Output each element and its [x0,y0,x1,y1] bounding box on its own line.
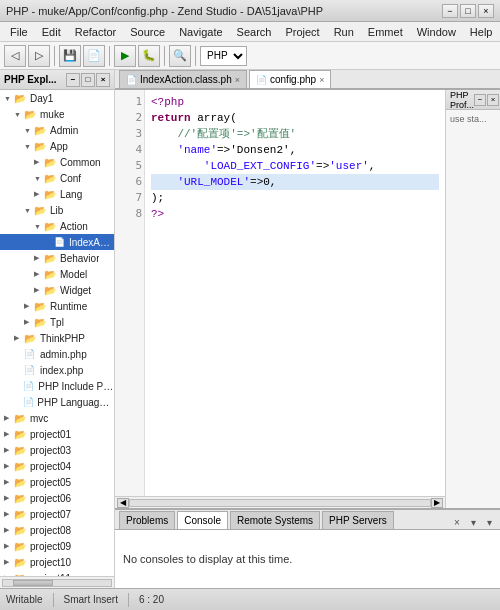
tree-item[interactable]: 📄PHP Language Li... [0,394,114,410]
hscroll-right[interactable]: ▶ [431,498,443,508]
bottom-tab-console[interactable]: Console [177,511,228,529]
code-line: 'name'=>'Donsen2', [151,142,439,158]
tree-arrow-icon: ▶ [4,430,14,438]
menu-item-edit[interactable]: Edit [36,24,67,40]
bottom-panel-icon-btn[interactable]: ▾ [482,515,496,529]
tree-item[interactable]: 📄admin.php [0,346,114,362]
close-button[interactable]: × [478,4,494,18]
left-panel-scrollbar[interactable] [0,576,114,588]
bottom-tabs-bar: ProblemsConsoleRemote SystemsPHP Servers… [115,510,500,530]
tree-item[interactable]: ▶📂Lang [0,186,114,202]
tree-item-label: Conf [60,173,81,184]
tree-folder-icon: 📂 [14,557,28,568]
menu-bar: FileEditRefactorSourceNavigateSearchProj… [0,22,500,42]
tree-arrow-icon: ▼ [4,95,14,102]
minimize-button[interactable]: − [442,4,458,18]
menu-item-search[interactable]: Search [231,24,278,40]
panel-minimize-btn[interactable]: − [66,73,80,87]
panel-header-buttons: − □ × [66,73,110,87]
tree-item[interactable]: ▶📂project09 [0,538,114,554]
line-number: 6 [117,174,142,190]
tree-item[interactable]: ▼📂Conf [0,170,114,186]
tab-close-btn[interactable]: × [235,75,240,85]
toolbar-save[interactable]: 💾 [59,45,81,67]
tree-folder-icon: 📄 [54,237,67,247]
tree-item-label: Lang [60,189,82,200]
tree-item[interactable]: ▶📂Tpl [0,314,114,330]
tree-folder-icon: 📂 [14,93,28,104]
tree-item-label: project09 [30,541,71,552]
tree-item[interactable]: ▼📂Action [0,218,114,234]
menu-item-navigate[interactable]: Navigate [173,24,228,40]
toolbar-debug[interactable]: 🐛 [138,45,160,67]
menu-item-project[interactable]: Project [279,24,325,40]
toolbar-search[interactable]: 🔍 [169,45,191,67]
toolbar-back[interactable]: ◁ [4,45,26,67]
tree-item-label: IndexAct... [69,237,114,248]
editor-tab-1[interactable]: 📄config.php× [249,70,331,88]
tree-item[interactable]: ▼📂Admin [0,122,114,138]
tab-icon: 📄 [256,75,267,85]
bottom-panel-icon-btn[interactable]: × [450,515,464,529]
maximize-button[interactable]: □ [460,4,476,18]
toolbar-dropdown[interactable]: PHP [200,46,247,66]
tree-item-label: Tpl [50,317,64,328]
bottom-panel-icon-btn[interactable]: ▾ [466,515,480,529]
tree-arrow-icon: ▶ [4,478,14,486]
toolbar-new[interactable]: 📄 [83,45,105,67]
tree-item[interactable]: 📄PHP Include Pat... [0,378,114,394]
status-sep-1 [53,593,54,607]
menu-item-source[interactable]: Source [124,24,171,40]
menu-item-window[interactable]: Window [411,24,462,40]
menu-item-refactor[interactable]: Refactor [69,24,123,40]
tree-item[interactable]: ▶📂project08 [0,522,114,538]
toolbar-sep-1 [54,46,55,66]
menu-item-emmet[interactable]: Emmet [362,24,409,40]
tree-folder-icon: 📂 [14,461,28,472]
tree-arrow-icon: ▶ [4,542,14,550]
tree-item[interactable]: ▶📂project07 [0,506,114,522]
tree-item[interactable]: ▶📂Common [0,154,114,170]
menu-item-file[interactable]: File [4,24,34,40]
bottom-tab-php-servers[interactable]: PHP Servers [322,511,394,529]
panel-close-btn[interactable]: × [96,73,110,87]
tree-item[interactable]: ▶📂project05 [0,474,114,490]
tree-item[interactable]: 📄IndexAct... [0,234,114,250]
tree-item[interactable]: ▼📂App [0,138,114,154]
code-area[interactable]: <?phpreturn array( //'配置项'=>'配置值' 'name'… [145,90,445,496]
tree-item[interactable]: ▶📂Widget [0,282,114,298]
tree-item[interactable]: ▶📂project06 [0,490,114,506]
tree-item[interactable]: ▶📂Model [0,266,114,282]
bottom-panel-icons: ×▾▾ [450,515,500,529]
tree-item-label: project07 [30,509,71,520]
tree-item[interactable]: 📄index.php [0,362,114,378]
bottom-tab-problems[interactable]: Problems [119,511,175,529]
tree-item[interactable]: ▼📂muke [0,106,114,122]
editor-hscroll[interactable]: ◀ ▶ [115,496,445,508]
menu-item-run[interactable]: Run [328,24,360,40]
tree-item[interactable]: ▶📂mvc [0,410,114,426]
tree-item[interactable]: ▼📂Lib [0,202,114,218]
tree-item[interactable]: ▶📂project10 [0,554,114,570]
hscroll-left[interactable]: ◀ [117,498,129,508]
tree-folder-icon: 📂 [14,541,28,552]
editor-content[interactable]: 12345678 <?phpreturn array( //'配置项'=>'配置… [115,90,445,496]
tree-item[interactable]: ▶📂ThinkPHP [0,330,114,346]
editor-tab-0[interactable]: 📄IndexAction.class.ph× [119,70,247,88]
right-panel-close[interactable]: × [487,94,499,106]
tree-item[interactable]: ▶📂project01 [0,426,114,442]
bottom-tab-remote-systems[interactable]: Remote Systems [230,511,320,529]
toolbar-run[interactable]: ▶ [114,45,136,67]
tree-folder-icon: 📂 [14,493,28,504]
right-panel-min[interactable]: − [474,94,486,106]
tree-item[interactable]: ▶📂project04 [0,458,114,474]
panel-maximize-btn[interactable]: □ [81,73,95,87]
toolbar-forward[interactable]: ▷ [28,45,50,67]
tree-item-label: Common [60,157,101,168]
tree-item[interactable]: ▼📂Day1 [0,90,114,106]
tree-item[interactable]: ▶📂Behavior [0,250,114,266]
tree-item[interactable]: ▶📂Runtime [0,298,114,314]
menu-item-help[interactable]: Help [464,24,499,40]
tree-item[interactable]: ▶📂project03 [0,442,114,458]
tab-close-btn[interactable]: × [319,75,324,85]
